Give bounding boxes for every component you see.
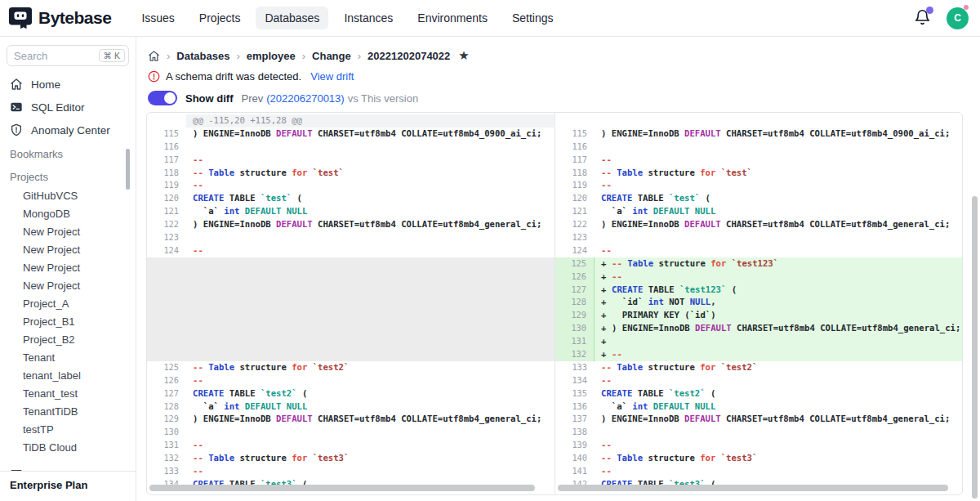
project-item[interactable]: New Project [0, 223, 136, 241]
breadcrumb-separator: › [358, 50, 361, 62]
sidebar-scrollbar[interactable] [126, 149, 130, 190]
project-item[interactable]: Tenant_test [0, 385, 136, 403]
page-vertical-scrollbar[interactable] [972, 196, 978, 499]
top-nav: Bytebase IssuesProjectsDatabasesInstance… [0, 0, 980, 37]
line-number: 139 [555, 439, 595, 452]
line-number: 137 [555, 413, 595, 426]
project-item[interactable]: New Project [0, 277, 136, 295]
anomaly-center-icon [10, 123, 23, 136]
sidebar-item-label: Anomaly Center [31, 124, 110, 136]
diff-pane-current: 115) ENGINE=InnoDB DEFAULT CHARSET=utf8m… [555, 113, 962, 494]
line-number: 133 [147, 465, 186, 478]
bytebase-logo[interactable]: Bytebase [8, 6, 111, 30]
project-item[interactable]: MongoDB [0, 205, 136, 223]
project-item[interactable]: GitHubVCS [0, 187, 136, 205]
line-number: 127 [555, 284, 595, 297]
bookmark-star-icon[interactable]: ★ [458, 48, 469, 63]
line-number: 130 [555, 322, 595, 335]
diff-line: 121 `a` int DEFAULT NULL [555, 205, 962, 218]
avatar[interactable]: C [947, 7, 969, 29]
line-number: 119 [555, 179, 595, 192]
diff-line: 116 [555, 141, 962, 154]
diff-line: 123 [147, 231, 555, 244]
diff-line: 123 [555, 231, 962, 244]
project-list: GitHubVCSMongoDBNew ProjectNew ProjectNe… [0, 187, 136, 457]
diff-line: 130 [147, 426, 555, 439]
diff-line: 129+ PRIMARY KEY (`id`) [555, 309, 962, 322]
nav-item-databases[interactable]: Databases [256, 7, 328, 29]
search-placeholder: Search [14, 50, 47, 62]
show-diff-toggle[interactable] [148, 91, 177, 105]
project-item[interactable]: TiDB Cloud [0, 439, 136, 457]
line-number: 136 [555, 400, 595, 414]
bytebase-logo-icon [8, 6, 33, 30]
diff-line: 115) ENGINE=InnoDB DEFAULT CHARSET=utf8m… [147, 127, 555, 141]
line-number: 124 [555, 244, 595, 257]
line-number: 118 [147, 167, 186, 180]
view-drift-link[interactable]: View drift [310, 70, 354, 83]
diff-line [147, 322, 555, 335]
nav-item-settings[interactable]: Settings [503, 7, 563, 29]
line-number: 122 [147, 218, 186, 231]
line-number: 130 [147, 426, 186, 439]
diff-line [147, 309, 555, 322]
diff-line: @@ -115,20 +115,28 @@ [147, 114, 555, 127]
diff-line [147, 296, 555, 309]
line-number: 120 [555, 192, 595, 205]
breadcrumb-item[interactable]: 20221202074022 [368, 50, 450, 62]
line-number: 127 [147, 387, 186, 400]
nav-item-projects[interactable]: Projects [190, 7, 250, 29]
diff-line: 125-- Table structure for `test2` [147, 361, 555, 374]
diff-line: 132-- Table structure for `test3` [147, 452, 555, 465]
sidebar-section-projects[interactable]: Projects [0, 168, 136, 187]
diff-line: 122) ENGINE=InnoDB DEFAULT CHARSET=utf8m… [555, 218, 962, 231]
line-number: 131 [555, 335, 595, 348]
diff-line: 137) ENGINE=InnoDB DEFAULT CHARSET=utf8m… [555, 413, 962, 426]
project-item[interactable]: Project_B1 [0, 313, 136, 331]
project-item[interactable]: TenantTiDB [0, 403, 136, 421]
project-item[interactable]: New Project [0, 241, 136, 259]
line-number: 121 [555, 205, 595, 218]
line-number: 116 [555, 141, 595, 154]
diff-line: 127+CREATE TABLE `test123` ( [555, 284, 962, 297]
sidebar-item-home[interactable]: Home [0, 73, 136, 96]
project-item[interactable]: Project_A [0, 295, 136, 313]
sidebar-item-anomaly-center[interactable]: Anomaly Center [0, 119, 136, 141]
line-number: 129 [555, 309, 595, 322]
project-item[interactable]: New Project [0, 259, 136, 277]
plan-label: Enterprise Plan [0, 471, 136, 501]
sidebar-item-label: Home [31, 78, 60, 91]
diff-line: 141-- [555, 465, 962, 478]
breadcrumb-item[interactable]: Change [312, 50, 351, 62]
diff-line: 117-- [555, 154, 962, 167]
schema-drift-alert: A schema drift was detected. View drift [137, 70, 980, 83]
nav-item-environments[interactable]: Environments [408, 7, 497, 29]
diff-left-horizontal-scrollbar[interactable] [149, 485, 535, 491]
diff-line: 130+) ENGINE=InnoDB DEFAULT CHARSET=utf8… [555, 322, 962, 335]
breadcrumb-item[interactable]: Databases [176, 50, 229, 62]
diff-line: 127CREATE TABLE `test2` ( [147, 387, 555, 400]
project-item[interactable]: tenant_label [0, 367, 136, 385]
line-number: 115 [147, 127, 186, 141]
diff-line: 126+-- [555, 271, 962, 284]
alert-text: A schema drift was detected. [166, 70, 301, 83]
project-item[interactable]: testTP [0, 421, 136, 439]
diff-line: 133-- [147, 465, 555, 478]
sidebar-section-bookmarks[interactable]: Bookmarks [0, 145, 136, 164]
nav-item-instances[interactable]: Instances [335, 7, 402, 29]
nav-item-issues[interactable]: Issues [132, 7, 183, 29]
home-breadcrumb-icon[interactable] [148, 50, 160, 62]
diff-line [147, 284, 555, 297]
line-number: 115 [555, 127, 595, 141]
project-item[interactable]: Tenant [0, 349, 136, 367]
line-number: 133 [555, 361, 595, 374]
project-item[interactable]: Project_B2 [0, 331, 136, 349]
breadcrumb-item[interactable]: employee [247, 50, 296, 62]
prev-version-link[interactable]: (202206270013) [266, 92, 344, 105]
sidebar-item-sql-editor[interactable]: SQL Editor [0, 96, 136, 119]
line-number: 140 [555, 452, 595, 465]
line-number: 128 [147, 400, 186, 414]
search-input[interactable]: Search ⌘ K [7, 45, 129, 66]
notifications-button[interactable] [914, 9, 932, 27]
diff-right-horizontal-scrollbar[interactable] [558, 485, 948, 491]
